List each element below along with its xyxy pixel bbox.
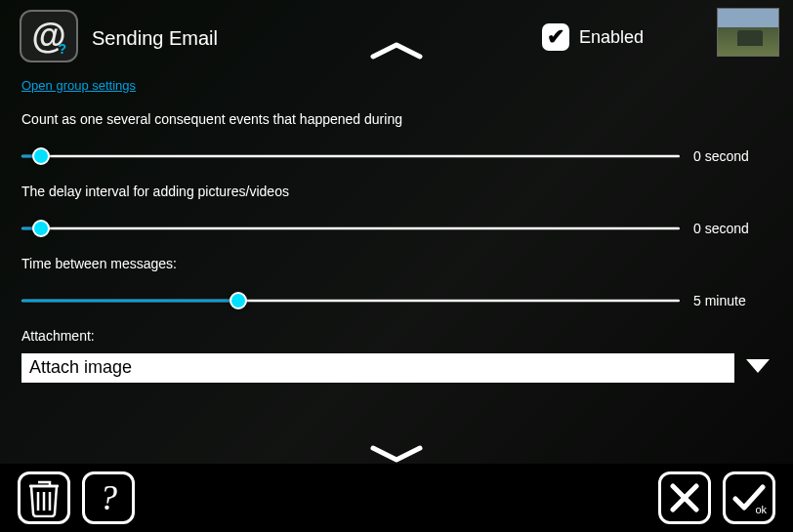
enabled-label: Enabled [579,27,644,48]
dropdown-icon[interactable] [744,357,772,379]
setting-consequent-events: Count as one several consequent events t… [21,111,772,166]
setting-time-between: Time between messages: 5 minute [21,256,772,310]
setting-label: Time between messages: [21,256,772,271]
scroll-up-button[interactable] [367,41,426,61]
delete-button[interactable] [18,471,70,524]
slider-delay-interval[interactable] [21,219,680,238]
attachment-select[interactable]: Attach image [21,353,734,383]
check-icon: ✔ [547,26,564,48]
attachment-label: Attachment: [21,328,772,344]
slider-knob[interactable] [230,292,247,309]
slider-value: 0 second [693,148,772,164]
scroll-down-button[interactable] [367,444,426,464]
ok-label: ok [755,504,767,515]
footer-toolbar: ? ok [0,464,793,532]
setting-label: Count as one several consequent events t… [21,111,772,127]
slider-time-between[interactable] [21,291,680,310]
slider-knob[interactable] [32,220,50,237]
svg-marker-0 [746,359,770,373]
setting-delay-interval: The delay interval for adding pictures/v… [21,184,772,238]
close-icon [669,482,700,513]
slider-consequent-events[interactable] [21,146,680,166]
email-icon-button[interactable]: @ ? [20,10,78,62]
enabled-checkbox[interactable]: ✔ [542,23,569,51]
cancel-button[interactable] [658,471,711,524]
slider-value: 5 minute [693,293,772,308]
help-button[interactable]: ? [82,471,135,524]
setting-attachment: Attachment: Attach image [21,328,772,383]
ok-button[interactable]: ok [723,471,775,524]
trash-icon [27,478,61,517]
setting-label: The delay interval for adding pictures/v… [21,184,772,199]
preview-thumbnail[interactable] [717,8,779,57]
slider-value: 0 second [693,221,772,236]
enabled-toggle[interactable]: ✔ Enabled [542,23,644,51]
header: @ ? Sending Email ✔ Enabled [0,0,793,70]
page-title: Sending Email [92,27,218,50]
at-help-icon: ? [58,41,66,57]
slider-knob[interactable] [32,147,50,165]
question-icon: ? [100,477,117,518]
open-group-settings-link[interactable]: Open group settings [21,78,136,93]
